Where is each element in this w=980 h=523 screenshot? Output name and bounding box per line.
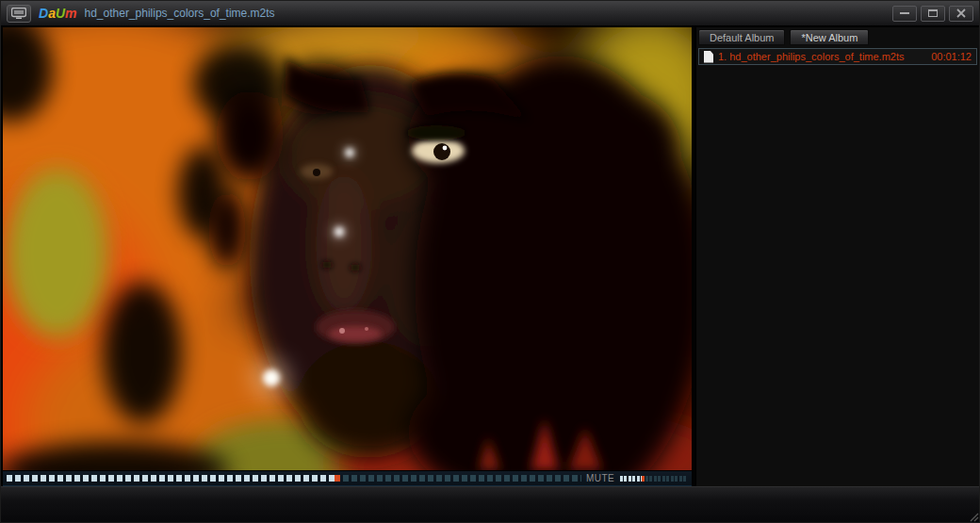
title-bar[interactable]: D a U m hd_other_philips_colors_of_time.… — [1, 1, 979, 26]
volume-level-fill — [620, 476, 642, 482]
window-controls — [892, 6, 973, 22]
file-icon — [704, 51, 713, 63]
video-frame-art — [3, 27, 692, 470]
maximize-icon — [928, 9, 938, 17]
maximize-button[interactable] — [921, 6, 945, 22]
mute-label[interactable]: MUTE — [586, 473, 614, 483]
logo-letter: a — [48, 6, 56, 21]
close-button[interactable] — [949, 6, 973, 22]
playlist-item[interactable]: 1. hd_other_philips_colors_of_time.m2ts … — [698, 48, 977, 65]
playlist-panel: Default Album *New Album 1. hd_other_phi… — [695, 27, 979, 486]
daum-logo: D a U m — [39, 6, 77, 21]
window-title: hd_other_philips_colors_of_time.m2ts — [85, 7, 886, 20]
resize-grip[interactable] — [969, 512, 979, 522]
seek-bar[interactable] — [7, 475, 581, 482]
volume-remaining — [645, 476, 688, 482]
video-display[interactable] — [3, 27, 692, 470]
tab-new-album[interactable]: *New Album — [790, 29, 869, 45]
seek-remaining — [343, 475, 581, 482]
volume-bar[interactable] — [620, 476, 688, 482]
minimize-icon — [900, 12, 909, 14]
seek-progress-fill — [7, 475, 335, 482]
logo-letter: m — [65, 6, 76, 21]
logo-letter: D — [39, 6, 48, 21]
minimize-button[interactable] — [892, 6, 917, 22]
control-bar: ETC H264 DXVA 00:00:41 AC3 5.1CH 00:0 — [1, 486, 980, 523]
tab-default-album[interactable]: Default Album — [698, 29, 785, 45]
app-menu-button[interactable] — [7, 5, 31, 23]
logo-letter: U — [56, 6, 65, 21]
seek-volume-row: MUTE — [3, 470, 692, 486]
playlist-item-duration: 00:01:12 — [931, 51, 972, 62]
seek-position-marker[interactable] — [335, 475, 343, 482]
monitor-icon — [11, 8, 26, 19]
close-icon — [956, 8, 966, 18]
playlist-tabs: Default Album *New Album — [696, 27, 979, 45]
playlist-item-title: 1. hd_other_philips_colors_of_time.m2ts — [718, 51, 926, 62]
player-window: D a U m hd_other_philips_colors_of_time.… — [0, 0, 980, 523]
